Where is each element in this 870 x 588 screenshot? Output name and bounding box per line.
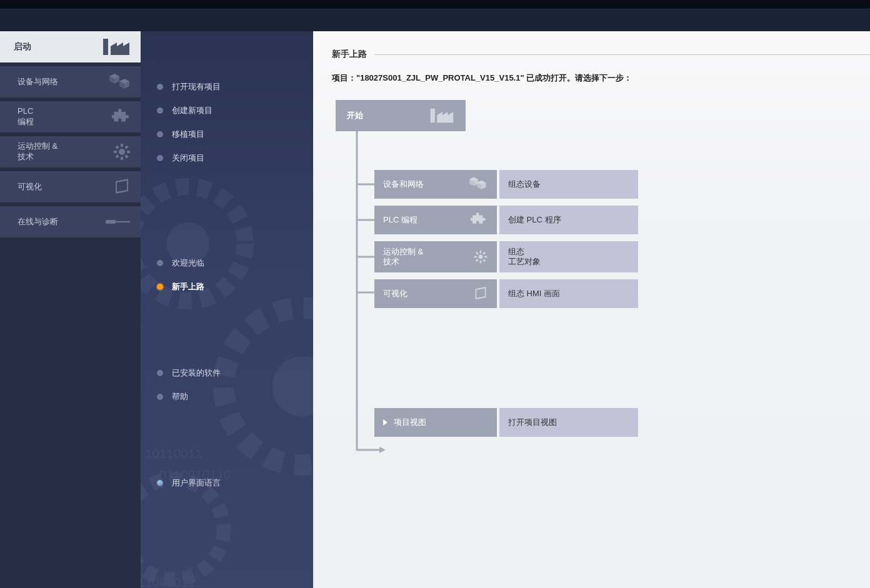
- step-label-b: 技术: [383, 257, 399, 267]
- bullet-active-icon: [157, 284, 163, 290]
- svg-rect-21: [116, 221, 128, 222]
- flow-start-label: 开始: [347, 110, 363, 121]
- menu-label: 移植项目: [172, 129, 204, 140]
- menu-close-project[interactable]: 关闭项目: [141, 146, 313, 170]
- menu-ui-language[interactable]: 用户界面语言: [141, 471, 313, 495]
- svg-text:11001011: 11001011: [141, 575, 195, 588]
- svg-rect-50: [482, 252, 486, 255]
- sidebar-item-label: 可视化: [18, 181, 42, 192]
- step-desc-label-b: 工艺对象: [508, 257, 541, 267]
- sidebar-item-visualization[interactable]: 可视化: [0, 171, 141, 202]
- menu-label: 帮助: [172, 391, 188, 402]
- play-icon: [383, 419, 388, 426]
- sidebar-secondary: 10110011011001011011001011 打开现有项目 创建新项目 …: [141, 31, 313, 588]
- step-desc-visualization[interactable]: 组态 HMI 画面: [499, 279, 638, 308]
- step-desc-devices[interactable]: 组态设备: [499, 170, 638, 199]
- flow-step-project-view: 项目视图 打开项目视图: [374, 408, 870, 437]
- sidebar-item-label-b: 编程: [18, 117, 34, 127]
- divider: [374, 54, 870, 55]
- step-desc-plc[interactable]: 创建 PLC 程序: [499, 206, 638, 234]
- step-desc-motion[interactable]: 组态 工艺对象: [499, 241, 638, 272]
- step-card-plc[interactable]: PLC 编程: [374, 206, 497, 234]
- step-desc-project-view[interactable]: 打开项目视图: [499, 408, 638, 437]
- bullet-icon: [157, 260, 163, 266]
- step-card-devices[interactable]: 设备和网络: [374, 170, 497, 199]
- screen-icon: [473, 287, 488, 301]
- sidebar-item-label-b: 技术: [18, 152, 34, 162]
- svg-rect-32: [432, 109, 434, 123]
- menu-welcome[interactable]: 欢迎光临: [141, 251, 313, 275]
- globe-icon: [157, 480, 163, 486]
- sidebar-item-start[interactable]: 启动: [0, 31, 141, 62]
- step-desc-label: 创建 PLC 程序: [508, 214, 561, 226]
- flow-step-devices: 设备和网络 组态设备: [374, 170, 870, 199]
- sidebar-item-plc[interactable]: PLC 编程: [0, 101, 141, 132]
- menu-migrate-project[interactable]: 移植项目: [141, 122, 313, 146]
- gear-icon: [113, 143, 131, 161]
- menu-help[interactable]: 帮助: [141, 385, 313, 409]
- sidebar-item-label: 在线与诊断: [18, 216, 58, 227]
- step-label: PLC 编程: [383, 214, 418, 226]
- svg-marker-55: [476, 289, 485, 298]
- menu-label: 已安装的软件: [172, 367, 221, 379]
- flow-start-card[interactable]: 开始: [336, 100, 466, 131]
- svg-marker-2: [111, 42, 129, 55]
- svg-rect-10: [121, 144, 123, 147]
- svg-marker-19: [117, 181, 127, 192]
- step-desc-label: 组态设备: [508, 179, 541, 190]
- svg-marker-22: [128, 221, 131, 223]
- factory-icon: [102, 37, 131, 56]
- bullet-icon: [157, 84, 163, 90]
- screwdriver-icon: [106, 216, 131, 228]
- window-titlebar: [0, 0, 870, 9]
- step-label-a: 运动控制 &: [383, 247, 423, 257]
- svg-rect-46: [480, 251, 482, 253]
- header: [0, 9, 870, 31]
- menu-label: 创建新项目: [172, 105, 212, 116]
- svg-rect-1: [106, 39, 108, 55]
- menu-new-project[interactable]: 创建新项目: [141, 99, 313, 122]
- screen-icon: [113, 179, 131, 195]
- flow-step-visualization: 可视化 组态 HMI 画面: [374, 279, 870, 308]
- step-desc-label: 组态 HMI 画面: [508, 288, 560, 299]
- step-card-visualization[interactable]: 可视化: [374, 279, 497, 308]
- sidebar-item-label-a: PLC: [18, 106, 33, 117]
- menu-label: 打开现有项目: [172, 81, 221, 92]
- step-desc-label: 打开项目视图: [508, 417, 557, 428]
- svg-rect-12: [114, 151, 117, 153]
- sidebar-item-label: 启动: [14, 41, 31, 52]
- svg-rect-16: [115, 145, 119, 149]
- menu-open-project[interactable]: 打开现有项目: [141, 75, 313, 99]
- svg-rect-48: [474, 256, 477, 258]
- sidebar-item-devices[interactable]: 设备与网络: [0, 66, 141, 97]
- svg-marker-38: [379, 447, 386, 453]
- menu-first-steps[interactable]: 新手上路: [141, 275, 313, 299]
- svg-rect-14: [124, 145, 128, 149]
- bullet-icon: [157, 131, 163, 137]
- sidebar-primary: 启动 设备与网络 PLC 编程 运动控制 & 技术 可视: [0, 31, 141, 588]
- factory-icon: [429, 107, 454, 124]
- menu-label: 欢迎光临: [172, 257, 204, 269]
- flow-step-plc: PLC 编程 创建 PLC 程序: [374, 206, 870, 234]
- page-title: 新手上路: [332, 49, 870, 60]
- content-area: 新手上路 项目："18027S001_ZJL_PW_PROTAL_V15_V15…: [313, 31, 870, 588]
- flow-step-motion: 运动控制 & 技术 组态 工艺对象: [374, 241, 870, 272]
- step-card-project-view[interactable]: 项目视图: [374, 408, 497, 437]
- puzzle-icon: [471, 212, 488, 227]
- first-steps-flow: 开始: [336, 100, 870, 437]
- sidebar-item-online[interactable]: 在线与诊断: [0, 206, 141, 237]
- svg-rect-49: [484, 256, 487, 258]
- svg-rect-53: [482, 259, 486, 262]
- menu-installed-software[interactable]: 已安装的软件: [141, 361, 313, 385]
- step-label: 项目视图: [394, 417, 426, 428]
- svg-rect-17: [124, 154, 128, 158]
- svg-rect-31: [431, 109, 432, 123]
- sidebar-item-motion[interactable]: 运动控制 & 技术: [0, 136, 141, 167]
- svg-point-9: [119, 149, 125, 155]
- step-card-motion[interactable]: 运动控制 & 技术: [374, 241, 497, 272]
- project-status-message: 项目："18027S001_ZJL_PW_PROTAL_V15_V15.1" 已…: [332, 72, 870, 84]
- svg-rect-15: [115, 154, 119, 158]
- bullet-icon: [157, 394, 163, 400]
- svg-rect-20: [106, 220, 116, 224]
- svg-marker-33: [437, 112, 453, 122]
